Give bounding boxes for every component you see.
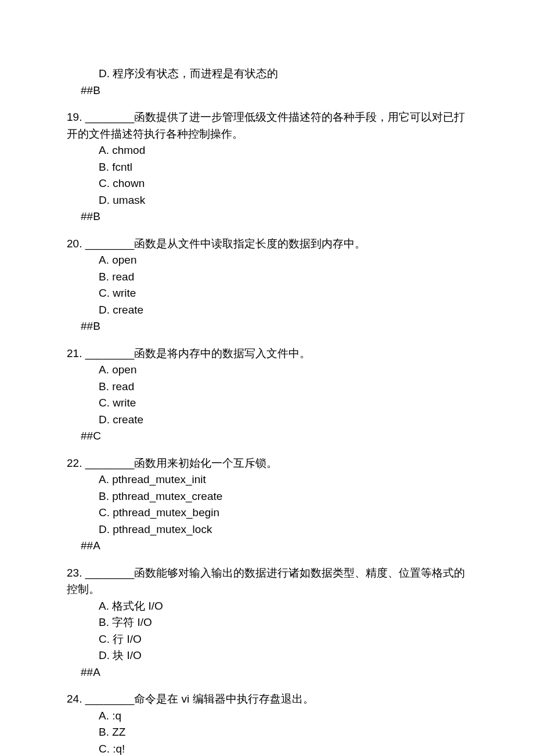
question-21: 21. ________函数是将内存中的数据写入文件中。 [67,345,467,362]
option-c: C. write [67,285,467,302]
question-number: 21. [67,347,85,359]
fill-blank: ________ [85,111,135,123]
answer-marker: ##A [67,538,467,555]
fill-blank: ________ [85,457,135,469]
option-c: C. chown [67,175,467,192]
option-a: A. :q [67,708,467,725]
option-c: C. pthread_mutex_begin [67,505,467,521]
option-a: A. chmod [67,142,467,159]
option-d: D. umask [67,192,467,209]
question-20: 20. ________函数是从文件中读取指定长度的数据到内存中。 [67,236,467,253]
fill-blank: ________ [85,347,135,359]
question-number: 22. [67,457,85,469]
option-b: B. read [67,379,467,395]
option-c: C. 行 I/O [67,631,467,648]
option-b: B. fcntl [67,159,467,176]
option-b: B. pthread_mutex_create [67,488,467,505]
answer-marker: ##B [67,208,467,225]
option-d: D. create [67,412,467,429]
answer-marker: ##B [67,318,467,335]
question-24: 24. ________命令是在 vi 编辑器中执行存盘退出。 [67,691,467,708]
question-text: 函数是从文件中读取指定长度的数据到内存中。 [134,237,366,250]
option-b: B. read [67,269,467,286]
fill-blank: ________ [85,567,135,579]
option-d: D. 块 I/O [67,647,467,664]
answer-marker: ##A [67,664,467,681]
option-d: D. 程序没有状态，而进程是有状态的 [67,66,467,82]
question-text: 函数用来初始化一个互斥锁。 [134,457,277,469]
option-a: A. open [67,362,467,379]
question-22: 22. ________函数用来初始化一个互斥锁。 [67,455,467,472]
question-text: 命令是在 vi 编辑器中执行存盘退出。 [134,693,313,705]
answer-marker: ##C [67,428,467,445]
option-b: B. 字符 I/O [67,614,467,631]
question-text: 函数是将内存中的数据写入文件中。 [134,347,311,359]
option-a: A. open [67,252,467,269]
fill-blank: ________ [85,237,135,250]
question-number: 24. [67,693,85,705]
option-b: B. ZZ [67,724,467,741]
option-a: A. 格式化 I/O [67,598,467,615]
option-d: D. create [67,302,467,319]
question-number: 23. [67,567,85,579]
question-19: 19. ________函数提供了进一步管理低级文件描述符的各种手段，用它可以对… [67,109,467,142]
question-number: 20. [67,237,85,250]
answer-marker: ##B [67,82,467,99]
option-c: C. write [67,395,467,412]
fill-blank: ________ [85,693,135,705]
option-a: A. pthread_mutex_init [67,471,467,488]
option-d: D. pthread_mutex_lock [67,521,467,538]
question-number: 19. [67,111,85,123]
document-page: D. 程序没有状态，而进程是有状态的 ##B 19. ________函数提供了… [0,0,534,756]
option-c: C. :q! [67,741,467,757]
question-23: 23. ________函数能够对输入输出的数据进行诸如数据类型、精度、位置等格… [67,565,467,598]
